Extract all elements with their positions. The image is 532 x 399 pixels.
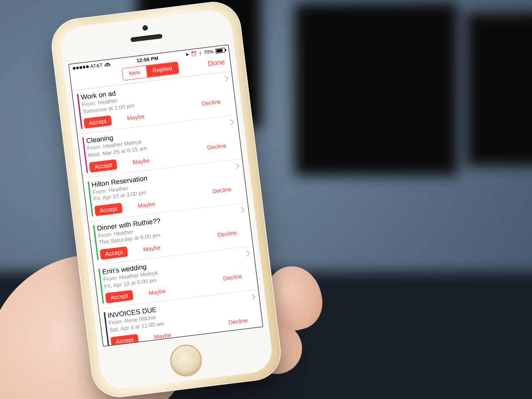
accept-button[interactable]: Accept: [83, 115, 112, 129]
nav-spacer: [76, 77, 101, 80]
chevron-right-icon: [249, 294, 255, 300]
invitations-list[interactable]: Work on ad From: Heather Tomorrow at 1:0…: [72, 71, 263, 347]
chevron-right-icon: [228, 119, 234, 125]
maybe-button[interactable]: Maybe: [148, 288, 166, 297]
segment-new[interactable]: New: [122, 66, 147, 80]
maybe-button[interactable]: Maybe: [137, 200, 156, 209]
accept-button[interactable]: Accept: [89, 159, 117, 172]
battery-icon: [215, 47, 225, 54]
wifi-icon: [104, 62, 110, 67]
phone-screen: AT&T 12:56 PM ➤ ⏰ ᚼ 70% New Replied Done: [68, 44, 263, 347]
battery-percentage: 70%: [203, 49, 214, 55]
chevron-right-icon: [239, 207, 245, 213]
bluetooth-icon: ᚼ: [199, 50, 202, 55]
carrier-label: AT&T: [90, 62, 103, 69]
chevron-right-icon: [223, 76, 229, 82]
location-icon: ➤: [185, 52, 189, 57]
chevron-right-icon: [233, 163, 239, 169]
accept-button[interactable]: Accept: [100, 246, 128, 260]
maybe-button[interactable]: Maybe: [132, 156, 150, 165]
done-button[interactable]: Done: [200, 58, 225, 69]
alarm-icon: ⏰: [191, 51, 197, 57]
maybe-button[interactable]: Maybe: [127, 113, 145, 122]
chevron-right-icon: [244, 250, 250, 257]
signal-strength-icon: [73, 65, 89, 70]
accept-button[interactable]: Accept: [94, 203, 123, 216]
accept-button[interactable]: Accept: [105, 290, 133, 303]
segment-replied[interactable]: Replied: [146, 62, 179, 78]
maybe-button[interactable]: Maybe: [143, 244, 161, 253]
